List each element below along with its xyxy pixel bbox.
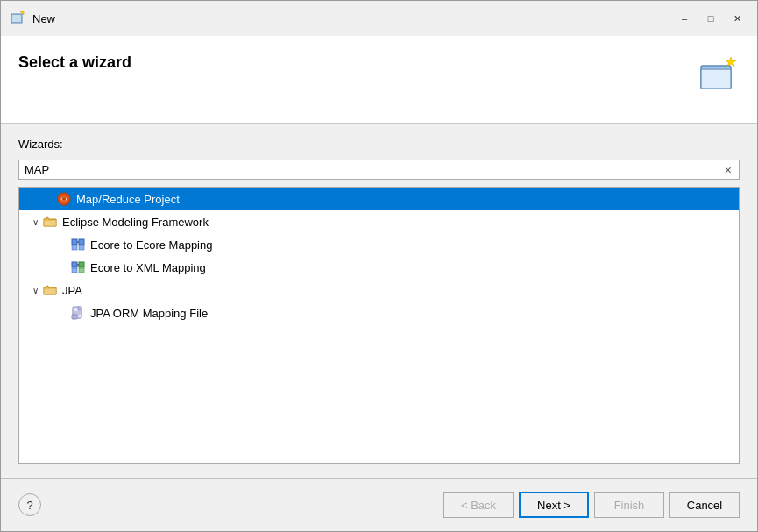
maximize-button[interactable]: □	[699, 9, 722, 28]
svg-rect-1	[12, 15, 21, 22]
svg-rect-9	[44, 220, 56, 226]
search-row: ×	[18, 160, 740, 180]
help-button[interactable]: ?	[18, 493, 41, 516]
cancel-button[interactable]: Cancel	[669, 492, 740, 518]
title-bar-controls: – □ ✕	[673, 9, 748, 28]
dialog-header-title: Select a wizard	[18, 53, 131, 72]
svg-marker-6	[726, 57, 736, 67]
svg-rect-13	[79, 245, 84, 250]
tree-item-icon	[70, 305, 86, 321]
svg-rect-12	[72, 245, 77, 250]
svg-rect-11	[79, 239, 84, 245]
tree-item-label: Eclipse Modeling Framework	[62, 216, 209, 229]
minimize-button[interactable]: –	[673, 9, 696, 28]
wizards-label: Wizards:	[18, 138, 740, 151]
expand-icon	[56, 263, 70, 273]
dialog-title: New	[32, 12, 673, 25]
svg-rect-18	[79, 268, 84, 273]
svg-rect-20	[44, 288, 56, 294]
wizard-tree[interactable]: Map/Reduce Project ∨ Eclipse Modeling Fr…	[18, 187, 740, 464]
tree-item-icon	[56, 191, 72, 207]
tree-item[interactable]: ∨ Eclipse Modeling Framework	[19, 210, 739, 233]
back-button[interactable]: < Back	[443, 492, 514, 518]
new-wizard-dialog: New – □ ✕ Select a wizard Wizards: ×	[0, 0, 758, 532]
tree-item[interactable]: JPA ORM Mapping File	[19, 301, 739, 324]
tree-item-label: Ecore to XML Mapping	[90, 261, 206, 274]
svg-point-8	[62, 197, 66, 201]
tree-item-label: JPA ORM Mapping File	[90, 307, 208, 320]
expand-icon	[42, 195, 56, 204]
title-bar: New – □ ✕	[1, 1, 757, 36]
tree-item[interactable]: Ecore to Ecore Mapping	[19, 233, 739, 256]
wizard-icon	[698, 53, 740, 96]
dialog-content: Wizards: × Map/Reduce Project	[1, 124, 757, 478]
svg-rect-16	[79, 262, 84, 267]
svg-rect-15	[72, 262, 77, 267]
expand-icon	[56, 309, 70, 318]
tree-item-label: Ecore to Ecore Mapping	[90, 238, 212, 252]
svg-rect-10	[72, 239, 77, 245]
button-bar: ? < Back Next > Finish Cancel	[1, 479, 757, 531]
tree-item-icon	[42, 282, 58, 298]
tree-item[interactable]: Map/Reduce Project	[19, 188, 739, 210]
navigation-buttons: < Back Next > Finish Cancel	[443, 492, 740, 518]
search-clear-button[interactable]: ×	[723, 164, 733, 176]
svg-rect-5	[702, 70, 730, 88]
tree-item-label: JPA	[62, 284, 82, 297]
tree-item-label: Map/Reduce Project	[76, 193, 180, 206]
next-button[interactable]: Next >	[519, 492, 589, 518]
dialog-header: Select a wizard	[1, 36, 757, 124]
expand-icon	[56, 240, 70, 250]
finish-button[interactable]: Finish	[594, 492, 664, 518]
dialog-icon	[10, 11, 25, 26]
expand-icon[interactable]: ∨	[28, 217, 42, 227]
search-input[interactable]	[25, 163, 719, 176]
tree-item[interactable]: ∨ JPA	[19, 279, 739, 301]
svg-rect-17	[72, 268, 77, 273]
tree-item-icon	[42, 214, 58, 230]
tree-item-icon	[70, 259, 86, 275]
tree-item-icon	[70, 237, 86, 252]
close-button[interactable]: ✕	[726, 9, 748, 28]
tree-item[interactable]: Ecore to XML Mapping	[19, 256, 739, 279]
expand-icon[interactable]: ∨	[28, 286, 42, 295]
